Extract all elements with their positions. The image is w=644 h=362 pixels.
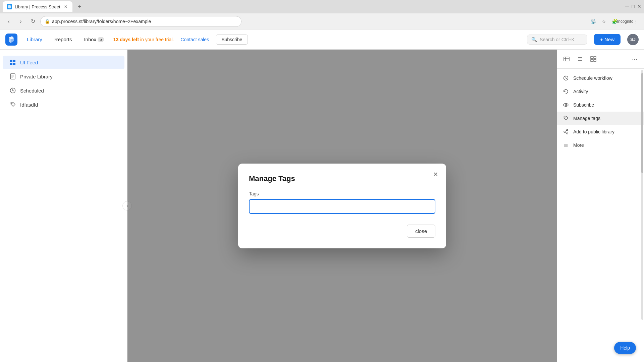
tag-icon: [9, 101, 16, 108]
svg-line-12: [13, 90, 14, 91]
subscribe-button[interactable]: Subscribe: [216, 35, 248, 45]
book-icon: [9, 73, 16, 80]
manage-tags-tag-icon: [562, 115, 569, 122]
svg-rect-21: [594, 56, 596, 59]
nav-library[interactable]: Library: [24, 35, 45, 44]
subscribe-label: Subscribe: [573, 102, 594, 108]
trial-text: in your free trial.: [140, 37, 174, 42]
sidebar-item-fdfasdfd[interactable]: fdfasdfd: [3, 98, 124, 111]
minimize-icon[interactable]: ─: [625, 4, 629, 10]
add-public-library-label: Add to public library: [573, 129, 614, 134]
avatar: SJ: [627, 34, 639, 45]
panel-schedule-workflow[interactable]: Schedule workflow: [557, 71, 644, 85]
sidebar-item-ui-feed[interactable]: UI Feed: [3, 56, 124, 69]
panel-activity[interactable]: Activity: [557, 85, 644, 98]
right-panel-header: ⋯: [557, 50, 644, 69]
main-content: ✕ Manage Tags Tags close: [127, 50, 557, 362]
tags-input[interactable]: [249, 199, 435, 214]
new-tab-button[interactable]: +: [75, 2, 85, 11]
browser-tab[interactable]: Library | Process Street ✕: [3, 1, 72, 12]
svg-rect-14: [564, 57, 569, 61]
back-button[interactable]: ‹: [4, 17, 13, 26]
nav-reports[interactable]: Reports: [52, 35, 75, 44]
manage-tags-modal: ✕ Manage Tags Tags close: [238, 164, 446, 248]
panel-manage-tags[interactable]: Manage tags: [557, 112, 644, 125]
svg-line-33: [565, 130, 567, 131]
svg-point-31: [564, 131, 565, 132]
svg-rect-3: [13, 60, 15, 62]
inbox-badge: 5: [98, 37, 104, 42]
app-header: Library Reports Inbox 5 13 days left in …: [0, 29, 644, 50]
modal-close-btn[interactable]: close: [407, 225, 435, 238]
sidebar-item-scheduled[interactable]: Scheduled: [3, 84, 124, 97]
svg-rect-6: [10, 74, 15, 79]
app: Library Reports Inbox 5 13 days left in …: [0, 29, 644, 362]
panel-scrollbar-thumb: [641, 73, 643, 173]
tab-favicon: [7, 4, 12, 9]
tab-title: Library | Process Street: [15, 4, 60, 9]
nav-inbox[interactable]: Inbox 5: [81, 35, 106, 44]
svg-line-34: [565, 132, 567, 133]
window-controls: ─ □ ✕: [625, 4, 641, 10]
forward-button[interactable]: ›: [16, 17, 25, 26]
panel-icon-grid[interactable]: [588, 54, 599, 64]
search-icon: 🔍: [531, 37, 537, 42]
maximize-icon[interactable]: □: [632, 4, 635, 10]
search-bar[interactable]: 🔍 Search or Ctrl+K: [527, 35, 587, 45]
svg-rect-22: [591, 59, 593, 62]
subscribe-eye-icon: [562, 102, 569, 108]
sidebar-item-label-private-library: Private Library: [20, 74, 53, 79]
add-public-share-icon: [562, 128, 569, 135]
cast-icon[interactable]: 📡: [589, 17, 597, 25]
svg-point-32: [567, 133, 568, 134]
grid-icon: [9, 59, 16, 66]
sidebar-item-label-scheduled: Scheduled: [20, 88, 44, 94]
contact-sales-link[interactable]: Contact sales: [180, 37, 209, 42]
sidebar-item-label-ui-feed: UI Feed: [20, 60, 38, 65]
modal-close-button[interactable]: ✕: [430, 169, 441, 180]
panel-scrollbar[interactable]: [641, 70, 643, 320]
sidebar-item-private-library[interactable]: Private Library: [3, 70, 124, 83]
svg-rect-4: [10, 63, 12, 65]
panel-more-item[interactable]: More: [557, 138, 644, 152]
sidebar-item-label-fdfasdfd: fdfasdfd: [20, 102, 38, 108]
activity-label: Activity: [573, 89, 588, 94]
tab-close-button[interactable]: ✕: [63, 4, 68, 9]
modal-overlay: ✕ Manage Tags Tags close: [127, 50, 557, 362]
modal-title: Manage Tags: [249, 174, 435, 183]
trial-days: 13 days left: [113, 37, 139, 42]
panel-icon-list[interactable]: [575, 54, 585, 64]
svg-point-13: [11, 103, 12, 104]
more-label: More: [573, 142, 584, 148]
bookmark-icon[interactable]: ☆: [600, 17, 608, 25]
panel-add-to-public-library[interactable]: Add to public library: [557, 125, 644, 138]
panel-icon-board[interactable]: [561, 54, 572, 64]
trial-banner: 13 days left in your free trial.: [113, 37, 174, 42]
svg-rect-2: [10, 60, 12, 62]
help-button[interactable]: Help: [614, 342, 636, 354]
menu-icon[interactable]: ⋮: [632, 17, 640, 25]
panel-more-button[interactable]: ⋯: [629, 54, 640, 64]
schedule-workflow-label: Schedule workflow: [573, 75, 612, 81]
svg-point-29: [565, 117, 566, 118]
svg-rect-5: [13, 63, 15, 65]
close-window-icon[interactable]: ✕: [637, 4, 641, 10]
browser-navbar: ‹ › ↻ 🔒 app.process.st/library/folders/h…: [0, 13, 644, 29]
schedule-clock-icon: [562, 75, 569, 81]
new-button[interactable]: + New: [594, 34, 621, 45]
browser-titlebar: Library | Process Street ✕ + ─ □ ✕: [0, 0, 644, 13]
address-bar[interactable]: 🔒 app.process.st/library/folders/home~2F…: [40, 16, 241, 27]
svg-point-28: [565, 104, 567, 106]
svg-rect-20: [591, 56, 593, 59]
panel-subscribe[interactable]: Subscribe: [557, 98, 644, 112]
more-ellipsis-icon: [562, 142, 569, 148]
incognito-avatar: Incognito: [621, 17, 629, 25]
lock-icon: 🔒: [45, 19, 50, 24]
sidebar: ‹ UI Feed: [0, 50, 127, 362]
browser-action-icons: 📡 ☆ 🧩 Incognito ⋮: [589, 17, 640, 25]
app-body: ‹ UI Feed: [0, 50, 644, 362]
search-placeholder: Search or Ctrl+K: [540, 37, 575, 42]
refresh-button[interactable]: ↻: [28, 17, 38, 26]
panel-menu: Schedule workflow Activity: [557, 69, 644, 155]
tags-label: Tags: [249, 191, 435, 196]
